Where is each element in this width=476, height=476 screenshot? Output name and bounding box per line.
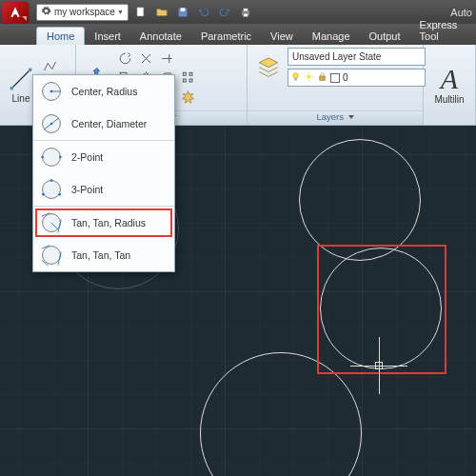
center-radius-icon [39,79,64,104]
menu-tan-tan-radius[interactable]: Tan, Tan, Radius [33,207,174,239]
text-tool[interactable]: A [441,66,458,91]
tab-output[interactable]: Output [360,28,410,45]
svg-point-38 [41,156,44,159]
svg-point-41 [50,179,53,182]
menu-center-diameter[interactable]: Center, Diameter [33,108,174,141]
svg-rect-15 [183,72,186,75]
svg-rect-17 [189,72,192,75]
polyline-tool[interactable] [40,57,59,74]
tab-parametric[interactable]: Parametric [191,28,261,45]
menu-tan-tan-tan[interactable]: Tan, Tan, Tan [33,239,174,271]
rotate-tool[interactable] [115,50,134,68]
svg-point-37 [43,149,61,167]
qat-print-button[interactable] [236,4,255,21]
drawn-circle[interactable] [299,139,421,261]
svg-rect-30 [320,76,326,80]
qat-undo-button[interactable] [194,4,213,21]
tab-insert[interactable]: Insert [85,28,130,45]
svg-rect-7 [10,87,13,89]
svg-rect-16 [183,79,186,82]
svg-point-43 [58,193,61,196]
tab-view[interactable]: View [261,28,303,45]
svg-rect-0 [137,7,144,15]
menu-3-point[interactable]: 3-Point [33,173,174,207]
tab-manage[interactable]: Manage [303,28,360,45]
svg-rect-5 [244,13,248,17]
menu-item-label: Center, Radius [71,86,137,97]
tab-annotate[interactable]: Annotate [130,28,191,45]
explode-tool[interactable] [178,89,197,106]
circle-tool-dropdown: Center, Radius Center, Diameter 2-Point … [32,74,175,272]
svg-rect-18 [189,79,192,82]
color-swatch [330,73,340,83]
layer-dropdown[interactable]: 0 [288,69,426,87]
layer-properties-button[interactable] [252,48,285,80]
workspace-selector[interactable]: my workspace ▼ [36,4,129,21]
center-diameter-icon [39,111,64,136]
svg-point-36 [50,123,53,126]
qat-new-button[interactable] [131,4,150,21]
panel-title-layers[interactable]: Layers [248,110,423,125]
extend-tool[interactable] [157,50,176,68]
trim-tool[interactable] [136,50,155,68]
svg-rect-2 [181,8,186,11]
annotation-highlight-box [317,245,446,374]
menu-center-radius[interactable]: Center, Radius [33,75,174,108]
svg-rect-24 [294,78,296,80]
svg-point-23 [293,73,299,79]
ribbon-tabs: Home Insert Annotate Parametric View Man… [0,24,476,45]
menu-item-label: 2-Point [71,151,103,163]
multiline-text-label: Multilin [434,94,464,105]
menu-item-label: Tan, Tan, Radius [71,217,146,228]
lightbulb-icon [290,71,301,84]
layer-state-text: Unsaved Layer State [292,51,381,62]
array-tool[interactable] [178,69,197,87]
svg-rect-4 [244,8,248,10]
three-point-icon [39,177,64,202]
two-point-icon [39,145,64,169]
sun-icon [304,71,314,84]
svg-line-6 [11,69,30,89]
qat-save-button[interactable] [173,4,192,21]
line-label: Line [12,93,30,104]
workspace-label: my workspace [54,7,115,17]
menu-item-label: Center, Diameter [71,118,147,129]
menu-item-label: 3-Point [71,184,103,195]
svg-point-48 [43,247,61,265]
lock-icon [317,71,327,84]
tan-tan-tan-icon [39,243,64,268]
current-layer-name: 0 [343,72,348,83]
svg-point-39 [59,156,62,159]
menu-item-label: Tan, Tan, Tan [71,249,130,261]
qat-redo-button[interactable] [215,4,234,21]
svg-point-42 [42,193,45,196]
title-bar: my workspace ▼ Auto [0,0,476,24]
tan-tan-radius-icon [39,210,64,235]
svg-rect-8 [29,68,31,70]
tab-home[interactable]: Home [36,27,85,45]
tab-express-tools[interactable]: Express Tool [410,16,476,45]
qat-open-button[interactable] [152,4,171,21]
svg-point-40 [43,181,61,199]
chevron-down-icon: ▼ [117,9,124,15]
gear-icon [41,6,51,18]
app-menu-button[interactable] [2,2,29,23]
menu-2-point[interactable]: 2-Point [33,141,174,173]
layer-state-dropdown[interactable]: Unsaved Layer State [288,48,426,66]
svg-point-25 [307,74,310,78]
